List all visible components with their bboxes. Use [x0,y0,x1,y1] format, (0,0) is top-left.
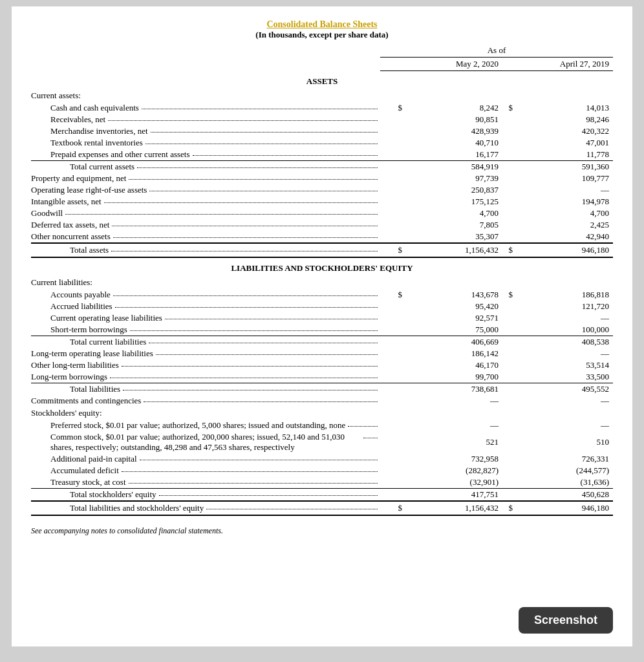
table-row: Other long-term liabilities 46,170 53,51… [31,359,613,371]
row-label: Operating lease right-of-use assets [31,185,147,195]
row-label: Total current assets [70,162,134,172]
value-col2: — [514,420,613,431]
value-col2: 100,000 [514,324,613,336]
row-label: Intangible assets, net [31,197,102,207]
value-col2: 408,538 [514,336,613,348]
row-label: Deferred tax assets, net [31,220,109,230]
value-col2: — [514,312,613,324]
value-col2: 14,013 [514,102,613,114]
value-col1: 521 [403,431,502,453]
row-label: Accrued liabilities [50,301,113,312]
value-col1: 90,851 [403,114,502,125]
title-section: Consolidated Balance Sheets (In thousand… [31,19,613,40]
row-label: Total stockholders' equity [70,489,156,500]
row-label: Accounts payable [50,290,111,300]
row-label: Goodwill [31,208,63,219]
value-col2: 186,818 [514,289,613,301]
table-row: Intangible assets, net 175,125 194,978 [31,196,613,208]
table-row: Accumulated deficit (282,827) (244,577) [31,465,613,476]
value-col1: 46,170 [403,359,502,371]
table-row: Goodwill 4,700 4,700 [31,208,613,219]
page: Consolidated Balance Sheets (In thousand… [12,6,632,646]
value-col2: 2,425 [514,219,613,231]
row-label: Current operating lease liabilities [50,313,162,323]
value-col2: 495,552 [514,383,613,396]
total-liabilities-stockholders-row: Total liabilities and stockholders' equi… [31,501,613,515]
value-col1: 428,939 [403,125,502,137]
footer-note: See accompanying notes to consolidated f… [31,526,613,536]
value-col1: 97,739 [403,173,502,184]
total-liabilities-row: Total liabilities 738,681 495,552 [31,383,613,396]
col2-date-header: April 27, 2019 [502,58,613,71]
table-row: Current operating lease liabilities 92,5… [31,312,613,324]
value-col1: 738,681 [403,383,502,396]
value-col1: 99,700 [403,371,502,383]
value-col1: 95,420 [403,301,502,312]
table-row: Treasury stock, at cost (32,901) (31,636… [31,476,613,489]
table-row: Preferred stock, $0.01 par value; author… [31,420,613,431]
value-col2: 194,978 [514,196,613,208]
row-label: Accumulated deficit [50,465,119,476]
screenshot-badge: Screenshot [519,607,613,634]
assets-section-header: ASSETS [31,71,613,90]
value-col1: 40,710 [403,137,502,149]
table-row: Cash and cash equivalents $ 8,242 $ 14,0… [31,102,613,114]
table-row: Merchandise inventories, net 428,939 420… [31,125,613,137]
value-col2: 510 [514,431,613,453]
table-row: Accounts payable $ 143,678 $ 186,818 [31,289,613,301]
table-row: Common stock, $0.01 par value; authorize… [31,431,613,453]
value-col1: 75,000 [403,324,502,336]
value-col1: 8,242 [403,102,502,114]
total-current-liabilities-row: Total current liabilities 406,669 408,53… [31,336,613,348]
stockholders-equity-label-row: Stockholders' equity: [31,407,613,420]
value-col2: 47,001 [514,137,613,149]
row-label: Other noncurrent assets [31,231,111,242]
value-col1: 4,700 [403,208,502,219]
value-col2: 98,246 [514,114,613,125]
row-label: Total liabilities [70,384,120,394]
row-label: Long-term borrowings [31,372,107,382]
value-col1: 1,156,432 [403,243,502,257]
table-row: Short-term borrowings 75,000 100,000 [31,324,613,336]
subtitle: (In thousands, except per share data) [31,30,613,40]
table-row: Accrued liabilities 95,420 121,720 [31,301,613,312]
col1-date-header: May 2, 2020 [380,58,502,71]
row-label: Common stock, $0.01 par value; authorize… [50,432,361,453]
row-label: Total current liabilities [70,337,146,347]
row-label: Long-term operating lease liabilities [31,348,153,359]
value-col1: 175,125 [403,196,502,208]
value-col2: — [514,395,613,407]
row-label: Receivables, net [50,114,105,125]
value-col2: 109,777 [514,173,613,184]
table-row: Long-term operating lease liabilities 18… [31,348,613,359]
value-col1: 417,751 [403,489,502,502]
value-col1: — [403,395,502,407]
value-col1: — [403,420,502,431]
dollar-sign-2: $ [502,102,514,114]
current-assets-label-row: Current assets: [31,89,613,102]
row-label: Cash and cash equivalents [50,103,139,113]
value-col1: 186,142 [403,348,502,359]
value-col2: 946,180 [514,501,613,515]
value-col1: 7,805 [403,219,502,231]
row-label: Preferred stock, $0.01 par value; author… [50,420,345,431]
row-label: Additional paid-in capital [50,454,137,464]
value-col2: 946,180 [514,243,613,257]
value-col2: 450,628 [514,489,613,502]
table-row: Prepaid expenses and other current asset… [31,149,613,161]
value-col1: 406,669 [403,336,502,348]
table-row: Long-term borrowings 99,700 33,500 [31,371,613,383]
value-col1: 732,958 [403,453,502,465]
row-label: Treasury stock, at cost [50,477,126,487]
main-title: Consolidated Balance Sheets [31,19,613,30]
dollar-sign-1: $ [380,102,403,114]
value-col2: (244,577) [514,465,613,476]
row-label: Merchandise inventories, net [50,126,148,136]
table-row: Deferred tax assets, net 7,805 2,425 [31,219,613,231]
row-label: Property and equipment, net [31,173,126,184]
value-col1: 35,307 [403,231,502,243]
balance-sheet-table: As of May 2, 2020 April 27, 2019 ASSETS … [31,45,613,516]
row-label: Textbook rental inventories [50,138,143,148]
table-row: Operating lease right-of-use assets 250,… [31,184,613,196]
total-stockholders-equity-row: Total stockholders' equity 417,751 450,6… [31,489,613,502]
